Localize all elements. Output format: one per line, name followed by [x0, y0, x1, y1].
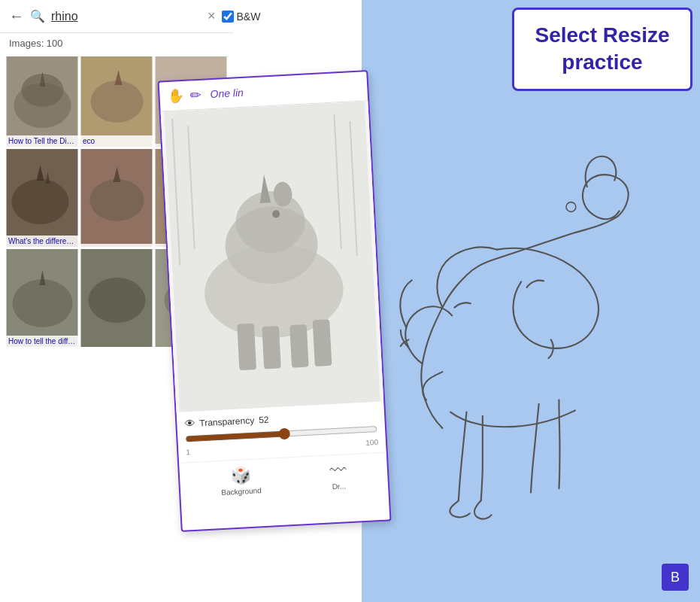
- one-line-label: One lin: [210, 87, 244, 100]
- rhino-image-1: [6, 56, 78, 147]
- tooltip-text: Select Resize practice: [529, 22, 675, 77]
- svg-point-22: [89, 278, 146, 323]
- search-icon: 🔍: [30, 9, 45, 23]
- draw-icon: 〰: [329, 461, 347, 481]
- bw-checkbox[interactable]: [222, 11, 234, 23]
- rhino-sketch: [377, 90, 685, 557]
- svg-point-14: [90, 179, 144, 221]
- grid-item-2[interactable]: eco: [80, 56, 153, 147]
- bw-label: B&W: [237, 11, 261, 23]
- svg-rect-31: [289, 324, 308, 368]
- app-icon[interactable]: B: [662, 564, 689, 591]
- back-button[interactable]: ←: [9, 8, 24, 25]
- rhino-image-5: [80, 149, 153, 247]
- caption-7: How to tell the differenc: [6, 336, 78, 347]
- grid-item-7[interactable]: How to tell the differenc: [6, 249, 78, 347]
- caption-5: [80, 244, 153, 247]
- bw-filter[interactable]: B&W: [222, 11, 261, 23]
- clear-button[interactable]: ×: [208, 8, 216, 24]
- svg-rect-30: [262, 326, 280, 369]
- reference-rhino-svg: [161, 101, 384, 412]
- background-icon: 🎲: [230, 466, 251, 486]
- search-input[interactable]: [51, 10, 202, 23]
- eye-icon: 👁: [184, 418, 195, 430]
- right-panel: Select Resize practice: [362, 0, 700, 602]
- brush-tool[interactable]: ✏: [189, 87, 202, 104]
- rhino-image-4: [6, 149, 78, 247]
- grid-item-5[interactable]: [80, 149, 153, 247]
- hand-tool[interactable]: ✋: [167, 87, 184, 105]
- caption-1: How to Tell the Differenc...: [6, 135, 78, 147]
- images-count: Images: 100: [0, 33, 233, 53]
- svg-point-19: [13, 279, 73, 327]
- svg-point-5: [91, 81, 144, 123]
- grid-item-4[interactable]: What's the difference bet...: [6, 149, 78, 247]
- draw-tool[interactable]: 〰 Dr...: [329, 461, 347, 491]
- tooltip-box: Select Resize practice: [512, 8, 692, 91]
- grid-item-8[interactable]: [80, 249, 153, 347]
- search-bar: ← 🔍 × B&W: [0, 0, 233, 33]
- app-icon-label: B: [671, 570, 680, 585]
- svg-point-10: [12, 179, 69, 224]
- svg-rect-29: [237, 324, 256, 371]
- rhino-image-7: [6, 249, 78, 347]
- svg-rect-32: [313, 319, 332, 366]
- caption-2: eco: [80, 135, 153, 147]
- caption-4: What's the difference bet...: [6, 236, 78, 247]
- svg-point-40: [566, 202, 576, 212]
- rhino-image-8: [80, 249, 153, 347]
- drawing-panel: ✋ ✏ One lin: [157, 70, 391, 532]
- grid-item-1[interactable]: How to Tell the Differenc...: [6, 56, 78, 147]
- background-tool[interactable]: 🎲 Background: [220, 465, 262, 497]
- rhino-image-2: [80, 56, 153, 147]
- rhino-sketch-svg: [377, 90, 685, 557]
- drawing-canvas[interactable]: [161, 101, 384, 412]
